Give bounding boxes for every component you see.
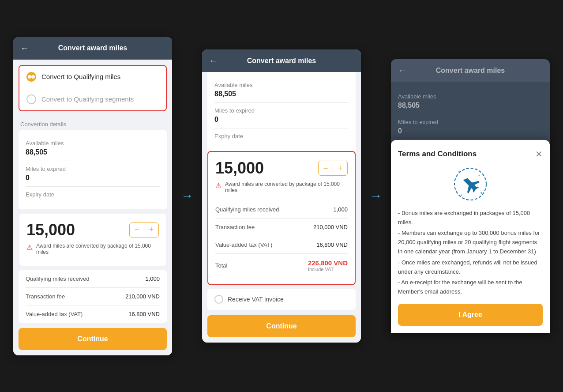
terms-title: Terms and Conditions [398, 150, 477, 158]
stepper-plus-s2[interactable]: + [333, 161, 347, 175]
vat-radio-s2[interactable] [214, 295, 223, 304]
miles-big-number-s1: 15,000 [26, 221, 75, 239]
available-miles-row-s1: Available miles 88,505 [26, 136, 160, 161]
transaction-fee-label-s2: Transaction fee [215, 224, 255, 230]
screen3-wrapper: ← Convert award miles Available miles 88… [391, 59, 550, 333]
radio-qualifying-miles[interactable]: Convert to Qualifying miles [19, 66, 166, 88]
warning-text-s1: Award miles are converted by package of … [36, 243, 159, 255]
transaction-fee-value-s1: 210,000 VND [125, 293, 160, 300]
svg-point-2 [480, 192, 482, 194]
stepper-minus-s1[interactable]: − [130, 223, 144, 237]
back-icon-s1[interactable]: ← [20, 43, 29, 53]
terms-text-1: - Bonus miles are exchanged in packages … [398, 209, 543, 227]
continue-btn-s2[interactable]: Continue [207, 315, 356, 337]
screen3-bg-miles-expired-row: Miles to expired 0 [398, 114, 543, 140]
terms-text-3: - Once miles are exchanged, refunds will… [398, 258, 543, 277]
total-label-s2: Total [215, 262, 227, 269]
total-value-s2: 226,800 VND Include VAT [308, 259, 348, 272]
plane-icon-container [398, 166, 543, 202]
screen1: ← Convert award miles Convert to Qualify… [13, 37, 172, 355]
stepper-s2[interactable]: − + [318, 161, 348, 176]
available-miles-value-s1: 88,505 [26, 148, 160, 156]
radio-segments-label: Convert to Qualifying segments [41, 95, 134, 103]
miles-big-number-s2: 15,000 [215, 159, 264, 177]
terms-close-btn[interactable]: ✕ [535, 149, 543, 159]
svg-point-4 [461, 194, 462, 196]
miles-expired-row-s2: Miles to expired 0 [214, 103, 349, 128]
screen3-bg-miles-expired-value: 0 [398, 127, 543, 135]
arrow-1: → [181, 189, 193, 203]
qualifying-miles-fee-label-s1: Qualifying miles received [26, 275, 90, 282]
warning-icon-s2: ⚠ [215, 181, 221, 190]
terms-header: Terms and Conditions ✕ [398, 149, 543, 159]
screen3-bg-available-miles-label: Available miles [398, 93, 543, 100]
screen3-bg-header: ← Convert award miles [391, 59, 550, 82]
available-miles-label-s1: Available miles [26, 140, 160, 147]
screen3-bg-title: Convert award miles [412, 67, 529, 75]
screen3-bg-miles-expired-label: Miles to expired [398, 119, 543, 125]
warning-text-s2: Award miles are converted by package of … [225, 181, 348, 193]
transaction-fee-value-s2: 210,000 VND [313, 224, 348, 230]
screen1-title: Convert award miles [34, 44, 151, 52]
svg-point-3 [479, 174, 480, 176]
expiry-date-row-s1: Expiry date [26, 187, 160, 204]
miles-expired-label-s1: Miles to expired [26, 166, 160, 172]
back-icon-s2[interactable]: ← [209, 56, 218, 66]
miles-amount-row-s1: 15,000 − + [26, 221, 159, 239]
available-miles-value-s2: 88,505 [214, 90, 349, 98]
qualifying-miles-fee-value-s2: 1,000 [333, 206, 348, 213]
available-miles-row-s2: Available miles 88,505 [214, 77, 349, 103]
stepper-plus-s1[interactable]: + [144, 223, 158, 237]
terms-text-4: - An e-receipt for the exchange will be … [398, 278, 543, 297]
miles-amount-card-s2: 15,000 − + ⚠ Award miles are converted b… [207, 151, 356, 285]
miles-amount-row-s2: 15,000 − + [215, 159, 348, 177]
expiry-date-label-s1: Expiry date [26, 191, 160, 198]
warning-icon-s1: ⚠ [26, 243, 33, 252]
qualifying-miles-fee-row-s2: Qualifying miles received 1,000 [215, 201, 348, 219]
vat-fee-value-s1: 16.800 VND [128, 311, 160, 317]
miles-expired-value-s2: 0 [214, 116, 349, 124]
svg-point-1 [458, 171, 460, 173]
vat-invoice-row-s2: Receive VAT invoice [207, 289, 356, 310]
terms-text-2: - Members can exchange up to 300,000 bon… [398, 229, 543, 256]
screen3-bg-available-miles-value: 88,505 [398, 102, 543, 109]
fee-rows-inner-s2: Qualifying miles received 1,000 Transact… [215, 197, 348, 277]
radio-qualifying-segments[interactable]: Convert to Qualifying segments [19, 88, 166, 110]
vat-fee-label-s2: Value-added tax (VAT) [215, 241, 272, 248]
miles-expired-value-s1: 0 [26, 174, 160, 182]
miles-expired-row-s1: Miles to expired 0 [26, 161, 160, 187]
qualifying-miles-fee-row-s1: Qualifying miles received 1,000 [26, 270, 160, 288]
screen2-header: ← Convert award miles [202, 49, 361, 72]
screen2: ← Convert award miles Available miles 88… [202, 49, 361, 343]
screen1-header: ← Convert award miles [13, 37, 172, 60]
continue-btn-s1[interactable]: Continue [19, 328, 167, 350]
terms-modal: Terms and Conditions ✕ [391, 140, 550, 333]
back-icon-s3: ← [398, 65, 407, 75]
info-card-s2: Available miles 88,505 Miles to expired … [207, 72, 356, 151]
terms-text-container: - Bonus miles are exchanged in packages … [398, 209, 543, 297]
transaction-fee-label-s1: Transaction fee [26, 293, 65, 300]
qualifying-miles-fee-label-s2: Qualifying miles received [215, 206, 279, 213]
vat-fee-label-s1: Value-added tax (VAT) [26, 311, 83, 317]
agree-btn[interactable]: I Agree [398, 304, 543, 326]
miles-expired-label-s2: Miles to expired [214, 107, 349, 114]
screen3-bg-available-miles-row: Available miles 88,505 [398, 89, 543, 114]
stepper-minus-s2[interactable]: − [319, 161, 333, 175]
stepper-s1[interactable]: − + [129, 222, 159, 237]
miles-amount-card-s1: 15,000 − + ⚠ Award miles are converted b… [19, 213, 167, 267]
plane-icon [453, 166, 488, 202]
info-card-s1: Available miles 88,505 Miles to expired … [19, 130, 167, 209]
radio-circle-segments [26, 94, 36, 104]
radio-miles-label: Convert to Qualifying miles [41, 73, 120, 80]
warning-row-s1: ⚠ Award miles are converted by package o… [26, 243, 159, 255]
transaction-fee-row-s2: Transaction fee 210,000 VND [215, 219, 348, 236]
fee-rows-s1: Qualifying miles received 1,000 Transact… [19, 270, 167, 323]
conversion-details-label: Convertion details [13, 117, 172, 130]
available-miles-label-s2: Available miles [214, 82, 349, 88]
arrow-2: → [370, 189, 382, 203]
screen2-title: Convert award miles [223, 57, 340, 65]
vat-fee-row-s1: Value-added tax (VAT) 16.800 VND [26, 305, 160, 323]
screen2-content: Available miles 88,505 Miles to expired … [202, 72, 361, 343]
qualifying-miles-fee-value-s1: 1,000 [145, 275, 160, 282]
warning-row-s2: ⚠ Award miles are converted by package o… [215, 181, 348, 193]
